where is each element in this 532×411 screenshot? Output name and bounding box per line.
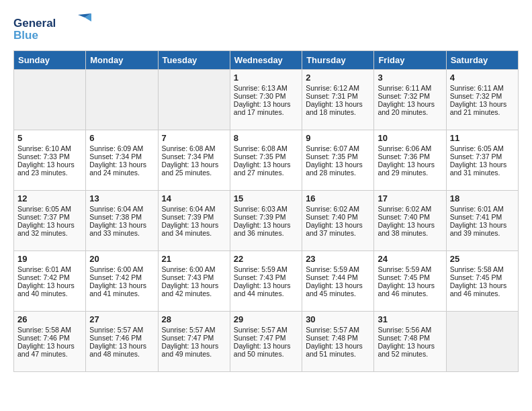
daylight-label: Daylight: 13 hours and 48 minutes. xyxy=(89,342,146,358)
calendar-cell: 25 Sunrise: 5:58 AM Sunset: 7:45 PM Dayl… xyxy=(446,251,518,312)
day-number: 26 xyxy=(17,314,82,324)
sunset-label: Sunset: 7:43 PM xyxy=(162,273,214,281)
sunset-label: Sunset: 7:44 PM xyxy=(306,273,358,281)
daylight-label: Daylight: 13 hours and 36 minutes. xyxy=(234,221,291,237)
sunrise-label: Sunrise: 5:57 AM xyxy=(89,326,143,334)
sunrise-label: Sunrise: 6:02 AM xyxy=(378,205,431,213)
day-header-thursday: Thursday xyxy=(302,51,374,70)
sunrise-label: Sunrise: 6:11 AM xyxy=(378,84,431,92)
calendar-cell: 18 Sunrise: 6:01 AM Sunset: 7:41 PM Dayl… xyxy=(446,191,518,251)
sunrise-label: Sunrise: 6:00 AM xyxy=(89,265,143,273)
calendar-week-row: 5 Sunrise: 6:10 AM Sunset: 7:33 PM Dayli… xyxy=(14,130,519,191)
daylight-label: Daylight: 13 hours and 28 minutes. xyxy=(306,161,363,177)
calendar-header-row: SundayMondayTuesdayWednesdayThursdayFrid… xyxy=(14,51,519,70)
daylight-label: Daylight: 13 hours and 39 minutes. xyxy=(450,221,507,237)
calendar-cell xyxy=(14,70,86,130)
daylight-label: Daylight: 13 hours and 41 minutes. xyxy=(89,281,146,298)
sunset-label: Sunset: 7:47 PM xyxy=(234,334,286,342)
calendar-cell: 22 Sunrise: 5:59 AM Sunset: 7:43 PM Dayl… xyxy=(230,251,302,312)
sunset-label: Sunset: 7:39 PM xyxy=(162,213,214,221)
calendar-cell: 11 Sunrise: 6:05 AM Sunset: 7:37 PM Dayl… xyxy=(446,130,518,191)
daylight-label: Daylight: 13 hours and 42 minutes. xyxy=(162,281,219,298)
sunset-label: Sunset: 7:46 PM xyxy=(17,334,70,342)
day-number: 2 xyxy=(306,73,370,83)
sunset-label: Sunset: 7:47 PM xyxy=(162,334,214,342)
daylight-label: Daylight: 13 hours and 18 minutes. xyxy=(306,100,363,116)
sunset-label: Sunset: 7:39 PM xyxy=(234,213,286,221)
calendar-cell: 9 Sunrise: 6:07 AM Sunset: 7:35 PM Dayli… xyxy=(302,130,374,191)
sunrise-label: Sunrise: 5:57 AM xyxy=(306,326,359,334)
calendar-cell: 31 Sunrise: 5:56 AM Sunset: 7:48 PM Dayl… xyxy=(374,312,446,372)
calendar-cell: 23 Sunrise: 5:59 AM Sunset: 7:44 PM Dayl… xyxy=(302,251,374,312)
sunset-label: Sunset: 7:48 PM xyxy=(378,334,430,342)
daylight-label: Daylight: 13 hours and 49 minutes. xyxy=(162,342,219,358)
sunset-label: Sunset: 7:31 PM xyxy=(306,92,358,100)
day-number: 22 xyxy=(234,254,298,264)
calendar-cell xyxy=(158,70,230,130)
sunrise-label: Sunrise: 6:11 AM xyxy=(450,84,504,92)
calendar-cell: 10 Sunrise: 6:06 AM Sunset: 7:36 PM Dayl… xyxy=(374,130,446,191)
calendar-cell: 21 Sunrise: 6:00 AM Sunset: 7:43 PM Dayl… xyxy=(158,251,230,312)
sunrise-label: Sunrise: 5:58 AM xyxy=(450,265,504,273)
calendar-cell xyxy=(446,312,518,372)
sunrise-label: Sunrise: 6:06 AM xyxy=(378,144,431,152)
calendar-week-row: 12 Sunrise: 6:05 AM Sunset: 7:37 PM Dayl… xyxy=(14,191,519,251)
day-number: 19 xyxy=(17,254,82,264)
calendar-cell: 26 Sunrise: 5:58 AM Sunset: 7:46 PM Dayl… xyxy=(14,312,86,372)
sunset-label: Sunset: 7:43 PM xyxy=(234,273,286,281)
calendar-cell xyxy=(86,70,158,130)
daylight-label: Daylight: 13 hours and 51 minutes. xyxy=(306,342,363,358)
day-number: 20 xyxy=(89,254,154,264)
daylight-label: Daylight: 13 hours and 38 minutes. xyxy=(378,221,435,237)
sunset-label: Sunset: 7:33 PM xyxy=(17,152,70,161)
calendar-cell: 27 Sunrise: 5:57 AM Sunset: 7:46 PM Dayl… xyxy=(86,312,158,372)
day-number: 30 xyxy=(306,314,370,324)
sunset-label: Sunset: 7:37 PM xyxy=(450,152,502,161)
sunset-label: Sunset: 7:36 PM xyxy=(378,152,430,161)
daylight-label: Daylight: 13 hours and 31 minutes. xyxy=(450,161,507,177)
daylight-label: Daylight: 13 hours and 44 minutes. xyxy=(234,281,291,298)
daylight-label: Daylight: 13 hours and 25 minutes. xyxy=(162,161,219,177)
day-number: 25 xyxy=(450,254,515,264)
day-number: 31 xyxy=(378,314,442,324)
sunset-label: Sunset: 7:32 PM xyxy=(450,92,502,100)
sunset-label: Sunset: 7:37 PM xyxy=(17,213,70,221)
daylight-label: Daylight: 13 hours and 23 minutes. xyxy=(17,161,75,177)
day-number: 24 xyxy=(378,254,442,264)
sunrise-label: Sunrise: 6:07 AM xyxy=(306,144,359,152)
svg-text:Blue: Blue xyxy=(13,29,38,42)
sunset-label: Sunset: 7:45 PM xyxy=(378,273,430,281)
day-header-tuesday: Tuesday xyxy=(158,51,230,70)
calendar-cell: 24 Sunrise: 5:59 AM Sunset: 7:45 PM Dayl… xyxy=(374,251,446,312)
day-number: 1 xyxy=(234,73,298,83)
sunrise-label: Sunrise: 5:59 AM xyxy=(234,265,287,273)
sunrise-label: Sunrise: 5:57 AM xyxy=(234,326,287,334)
calendar-cell: 5 Sunrise: 6:10 AM Sunset: 7:33 PM Dayli… xyxy=(14,130,86,191)
daylight-label: Daylight: 13 hours and 47 minutes. xyxy=(17,342,75,358)
day-number: 12 xyxy=(17,193,82,203)
calendar-cell: 20 Sunrise: 6:00 AM Sunset: 7:42 PM Dayl… xyxy=(86,251,158,312)
day-number: 4 xyxy=(450,73,515,83)
sunrise-label: Sunrise: 6:02 AM xyxy=(306,205,359,213)
day-header-sunday: Sunday xyxy=(14,51,86,70)
sunset-label: Sunset: 7:38 PM xyxy=(89,213,142,221)
sunset-label: Sunset: 7:34 PM xyxy=(162,152,214,161)
day-header-monday: Monday xyxy=(86,51,158,70)
sunrise-label: Sunrise: 6:03 AM xyxy=(234,205,287,213)
calendar-week-row: 26 Sunrise: 5:58 AM Sunset: 7:46 PM Dayl… xyxy=(14,312,519,372)
sunrise-label: Sunrise: 6:08 AM xyxy=(234,144,287,152)
sunset-label: Sunset: 7:42 PM xyxy=(17,273,70,281)
daylight-label: Daylight: 13 hours and 50 minutes. xyxy=(234,342,291,358)
day-number: 6 xyxy=(89,133,154,143)
daylight-label: Daylight: 13 hours and 34 minutes. xyxy=(162,221,219,237)
calendar-cell: 17 Sunrise: 6:02 AM Sunset: 7:40 PM Dayl… xyxy=(374,191,446,251)
daylight-label: Daylight: 13 hours and 37 minutes. xyxy=(306,221,363,237)
daylight-label: Daylight: 13 hours and 40 minutes. xyxy=(17,281,75,298)
sunset-label: Sunset: 7:48 PM xyxy=(306,334,358,342)
calendar-cell: 4 Sunrise: 6:11 AM Sunset: 7:32 PM Dayli… xyxy=(446,70,518,130)
calendar-cell: 2 Sunrise: 6:12 AM Sunset: 7:31 PM Dayli… xyxy=(302,70,374,130)
sunrise-label: Sunrise: 6:09 AM xyxy=(89,144,143,152)
sunrise-label: Sunrise: 6:01 AM xyxy=(17,265,71,273)
sunrise-label: Sunrise: 5:56 AM xyxy=(378,326,431,334)
day-header-saturday: Saturday xyxy=(446,51,518,70)
